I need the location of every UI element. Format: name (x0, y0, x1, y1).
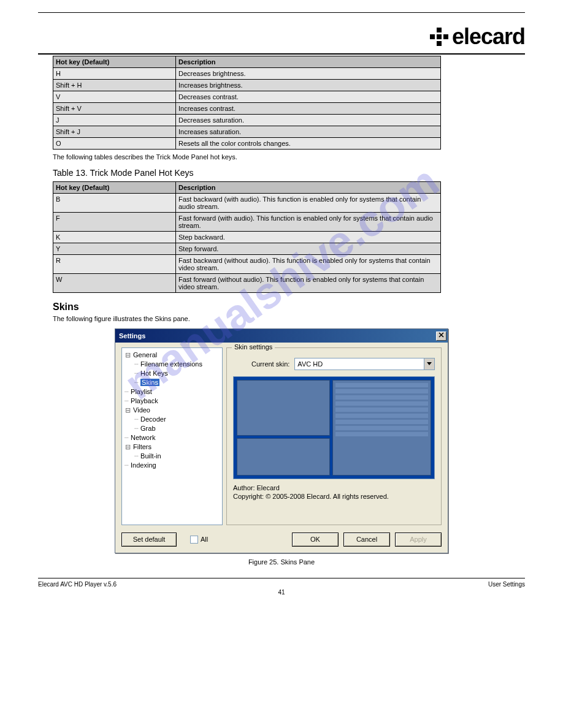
td: Decreases saturation. (176, 115, 441, 126)
all-checkbox-label[interactable]: All (190, 536, 208, 544)
all-checkbox[interactable] (190, 536, 198, 544)
tree-item-indexing[interactable]: ┈ Indexing (123, 461, 221, 470)
tree-item-general[interactable]: ⊟ General (123, 351, 221, 360)
td: F (53, 213, 176, 232)
tree-item-video[interactable]: ⊟ Video (123, 406, 221, 415)
td: K (53, 232, 176, 243)
close-icon (439, 332, 444, 338)
figure-caption: Figure 25. Skins Pane (38, 558, 525, 566)
dialog-title: Settings (119, 332, 145, 339)
logo-icon (430, 28, 448, 46)
page-number: 41 (38, 589, 525, 596)
td: Decreases contrast. (176, 91, 441, 103)
cancel-button[interactable]: Cancel (343, 533, 390, 547)
fieldset-legend: Skin settings (232, 343, 275, 351)
copyright-label: Copyright: © 2005-2008 Elecard. All righ… (233, 493, 435, 500)
apply-button[interactable]: Apply (395, 533, 442, 547)
current-skin-value: AVC HD (295, 360, 424, 368)
footer-left: Elecard AVC HD Player v.5.6 (38, 581, 117, 588)
td: Shift + J (53, 126, 176, 138)
tree-item-playback[interactable]: ┈ Playback (123, 396, 221, 406)
td: Fast backward (without audio). This func… (176, 255, 441, 274)
td: Shift + H (53, 80, 176, 91)
td: J (53, 115, 176, 126)
th: Description (176, 56, 441, 68)
td: Fast backward (with audio). This functio… (176, 194, 441, 213)
tree-item-grab[interactable]: ┈ Grab (123, 424, 221, 433)
bottom-rule (38, 578, 525, 578)
skins-desc: The following figure illustrates the Ski… (53, 315, 525, 322)
tree-item-skins[interactable]: ┈ Skins (123, 378, 221, 387)
td: Resets all the color controls changes. (176, 138, 441, 150)
tree-item-playlist[interactable]: ┈ Playlist (123, 387, 221, 396)
settings-dialog: Settings ⊟ General┈ Filename extensions┈… (115, 328, 448, 553)
th: Hot key (Default) (53, 56, 176, 68)
dropdown-button[interactable] (424, 358, 434, 370)
td: Fast forward (with audio). This function… (176, 213, 441, 232)
tree-item-built-in[interactable]: ┈ Built-in (123, 452, 221, 461)
td: Step forward. (176, 243, 441, 255)
skin-preview (233, 376, 435, 479)
logo-row: elecard (38, 24, 525, 50)
ok-button[interactable]: OK (292, 533, 339, 547)
table-hotkeys-trick: Hot key (Default)Description BFast backw… (53, 181, 441, 293)
td: R (53, 255, 176, 274)
tree-item-filters[interactable]: ⊟ Filters (123, 442, 221, 452)
td: Step backward. (176, 232, 441, 243)
tree-item-filename-extensions[interactable]: ┈ Filename extensions (123, 360, 221, 369)
close-button[interactable] (436, 332, 446, 341)
logo: elecard (430, 24, 525, 50)
td: Increases brightness. (176, 80, 441, 91)
skins-heading: Skins (53, 301, 525, 313)
set-default-button[interactable]: Set default (121, 533, 177, 547)
chevron-down-icon (427, 362, 432, 366)
preview-mixer-pane (237, 438, 330, 476)
table2-caption: Table 13. Trick Mode Panel Hot Keys (53, 168, 525, 178)
titlebar[interactable]: Settings (115, 329, 448, 343)
th: Description (176, 182, 441, 194)
td: Decreases brightness. (176, 68, 441, 80)
all-label-text: All (201, 536, 208, 543)
td: H (53, 68, 176, 80)
td: Increases contrast. (176, 103, 441, 115)
preview-info-pane (332, 380, 432, 476)
th: Hot key (Default) (53, 182, 176, 194)
skin-settings-group: Skin settings Current skin: AVC HD (226, 347, 442, 525)
td: O (53, 138, 176, 150)
table-hotkeys-color: Hot key (Default)Description HDecreases … (53, 56, 441, 150)
tree-item-hot-keys[interactable]: ┈ Hot Keys (123, 369, 221, 378)
td: Y (53, 243, 176, 255)
settings-tree[interactable]: ⊟ General┈ Filename extensions┈ Hot Keys… (121, 347, 223, 525)
td: W (53, 274, 176, 293)
preview-player-pane (237, 380, 330, 436)
current-skin-label: Current skin: (251, 360, 289, 368)
footer-right: User Settings (488, 581, 525, 588)
td: Fast forward (without audio). This funct… (176, 274, 441, 293)
td: Shift + V (53, 103, 176, 115)
td: Increases saturation. (176, 126, 441, 138)
top-rule (38, 12, 525, 13)
td: V (53, 91, 176, 103)
author-label: Author: Elecard (233, 484, 435, 491)
logo-text: elecard (452, 24, 525, 50)
tree-item-network[interactable]: ┈ Network (123, 433, 221, 442)
header-rule (38, 53, 525, 55)
td: B (53, 194, 176, 213)
tree-item-decoder[interactable]: ┈ Decoder (123, 415, 221, 424)
note-text: The following tables describes the Trick… (53, 153, 525, 161)
current-skin-dropdown[interactable]: AVC HD (294, 358, 435, 370)
